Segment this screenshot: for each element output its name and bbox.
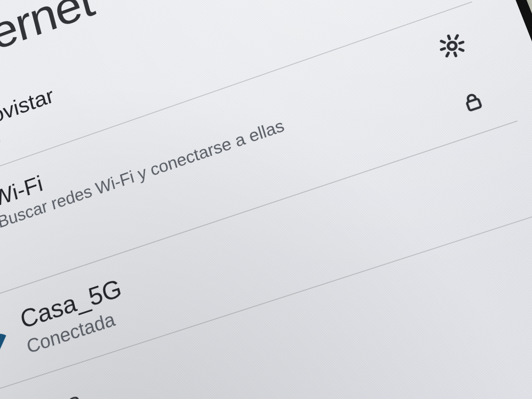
wifi-icon [0,322,13,362]
phone-screen: ernet movistar 4G [0,0,532,399]
svg-point-0 [447,41,457,51]
lock-icon [459,88,488,117]
gear-icon[interactable] [435,29,470,64]
